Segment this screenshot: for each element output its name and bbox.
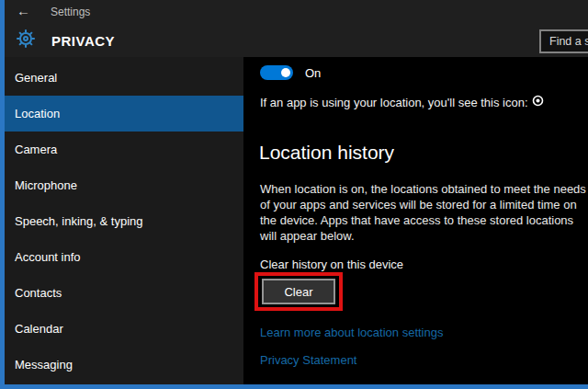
- hint-text: If an app is using your location, you'll…: [260, 96, 528, 109]
- sidebar-item-contacts[interactable]: Contacts: [5, 275, 243, 311]
- location-history-description: When location is on, the locations obtai…: [260, 181, 588, 244]
- window-accent-border-bottom: [0, 384, 588, 389]
- sidebar-item-calendar[interactable]: Calendar: [5, 311, 243, 347]
- location-settings-pane: On If an app is using your location, you…: [243, 57, 588, 384]
- red-annotation-box: Clear: [254, 272, 343, 311]
- sidebar-item-camera[interactable]: Camera: [5, 132, 243, 167]
- sidebar: General Location Camera Microphone Speec…: [5, 57, 243, 384]
- gear-icon: [16, 29, 36, 52]
- window-title: Settings: [51, 6, 90, 18]
- header: ← Settings PRIVACY: [5, 0, 588, 57]
- window-accent-border-left: [0, 0, 5, 389]
- location-history-heading: Location history: [259, 142, 394, 164]
- sidebar-item-messaging[interactable]: Messaging: [5, 347, 243, 383]
- location-in-use-icon: [532, 95, 544, 109]
- toggle-state-label: On: [305, 66, 321, 80]
- sidebar-item-location[interactable]: Location: [5, 96, 243, 132]
- sidebar-item-account-info[interactable]: Account info: [5, 239, 243, 275]
- sidebar-item-speech-inking-typing[interactable]: Speech, inking, & typing: [5, 203, 243, 239]
- location-toggle[interactable]: [260, 65, 293, 80]
- location-toggle-row: On: [260, 65, 321, 80]
- sidebar-item-microphone[interactable]: Microphone: [5, 167, 243, 203]
- settings-window: ← Settings PRIVACY: [0, 0, 588, 389]
- clear-history-label: Clear history on this device: [260, 257, 403, 271]
- sidebar-item-general[interactable]: General: [5, 60, 243, 96]
- privacy-statement-link[interactable]: Privacy Statement: [260, 353, 357, 367]
- learn-more-link[interactable]: Learn more about location settings: [260, 326, 443, 339]
- back-arrow-icon[interactable]: ←: [17, 3, 30, 18]
- clear-button[interactable]: Clear: [262, 279, 335, 304]
- location-in-use-hint: If an app is using your location, you'll…: [260, 95, 544, 109]
- titlebar: ← Settings: [5, 0, 588, 24]
- search-input[interactable]: [539, 29, 588, 53]
- page-title: PRIVACY: [51, 33, 115, 49]
- toggle-knob: [281, 68, 290, 77]
